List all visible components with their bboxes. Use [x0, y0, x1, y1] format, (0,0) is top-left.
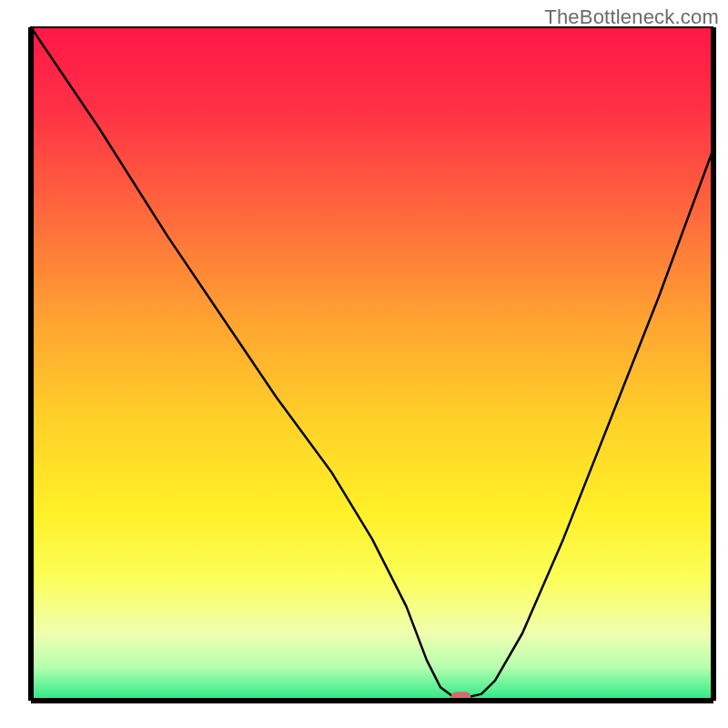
bottleneck-chart: [0, 0, 728, 728]
watermark-text: TheBottleneck.com: [544, 5, 719, 29]
chart-container: TheBottleneck.com: [0, 0, 728, 728]
plot-background: [31, 27, 713, 701]
